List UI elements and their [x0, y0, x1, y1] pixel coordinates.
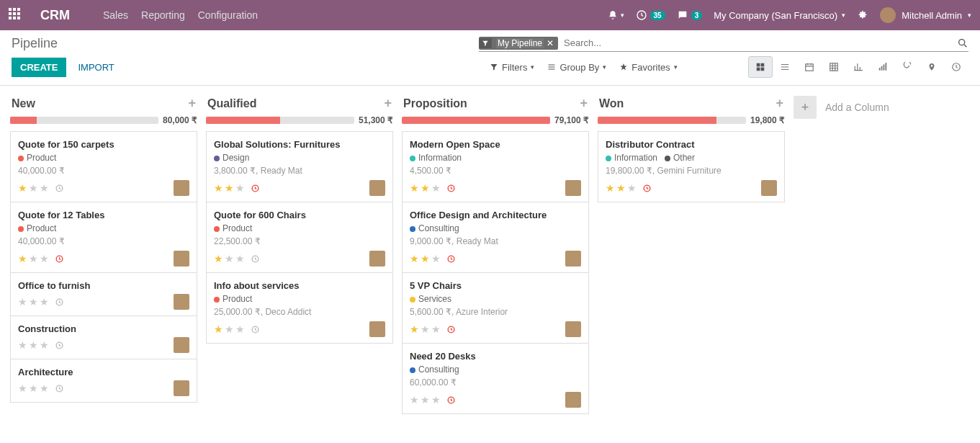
star-icon[interactable]: ★: [410, 394, 419, 406]
column-add-icon[interactable]: +: [384, 96, 392, 111]
add-column-icon[interactable]: +: [794, 96, 817, 119]
clock-icon[interactable]: [446, 184, 456, 193]
star-icon[interactable]: ★: [29, 382, 38, 394]
column-add-icon[interactable]: +: [580, 96, 588, 111]
search-filter-tag[interactable]: My Pipeline ✕: [479, 37, 558, 50]
star-icon[interactable]: ★: [225, 323, 234, 335]
star-icon[interactable]: ★: [235, 182, 245, 194]
kanban-card[interactable]: Info about services Product 25,000.00 ₹,…: [206, 272, 393, 344]
favorites-dropdown[interactable]: Favorites ▾: [619, 62, 677, 73]
star-icon[interactable]: ★: [606, 182, 615, 194]
card-avatar-icon[interactable]: [369, 321, 385, 337]
card-priority[interactable]: ★★★: [18, 382, 64, 394]
view-activity-icon[interactable]: [944, 56, 968, 78]
star-icon[interactable]: ★: [431, 253, 441, 264]
card-priority[interactable]: ★★★: [18, 339, 64, 351]
clock-icon[interactable]: [446, 325, 456, 334]
star-icon[interactable]: ★: [40, 382, 49, 394]
column-title[interactable]: Won: [599, 97, 776, 110]
kanban-card[interactable]: Architecture ★★★: [10, 359, 197, 403]
kanban-card[interactable]: Distributor Contract InformationOther 19…: [598, 131, 785, 202]
card-avatar-icon[interactable]: [369, 180, 385, 196]
clock-icon[interactable]: [251, 184, 260, 193]
column-add-icon[interactable]: +: [776, 96, 783, 111]
card-priority[interactable]: ★★★: [410, 323, 456, 335]
clock-icon[interactable]: [446, 254, 456, 264]
view-pivot-icon[interactable]: [822, 56, 846, 78]
create-button[interactable]: CREATE: [12, 58, 66, 77]
search-input[interactable]: [562, 36, 957, 50]
nav-configuration[interactable]: Configuration: [198, 9, 258, 21]
star-icon[interactable]: ★: [18, 382, 27, 394]
clock-icon[interactable]: [55, 297, 64, 307]
star-icon[interactable]: ★: [214, 182, 223, 194]
column-title[interactable]: New: [12, 97, 188, 110]
kanban-card[interactable]: Global Solutions: Furnitures Design 3,80…: [206, 131, 393, 202]
card-priority[interactable]: ★★★: [18, 253, 64, 264]
notifications-icon[interactable]: ▾: [608, 10, 624, 20]
kanban-card[interactable]: Need 20 Desks Consulting 60,000.00 ₹ ★★★: [402, 343, 589, 414]
column-add-icon[interactable]: +: [188, 96, 196, 111]
clock-icon[interactable]: [642, 184, 652, 193]
star-icon[interactable]: ★: [616, 182, 626, 194]
nav-sales[interactable]: Sales: [103, 9, 128, 21]
card-avatar-icon[interactable]: [174, 251, 189, 267]
star-icon[interactable]: ★: [225, 253, 234, 264]
star-icon[interactable]: ★: [40, 339, 49, 351]
star-icon[interactable]: ★: [225, 182, 234, 194]
kanban-card[interactable]: Quote for 12 Tables Product 40,000.00 ₹ …: [10, 202, 197, 273]
view-kanban-icon[interactable]: [748, 56, 773, 78]
debug-icon[interactable]: [857, 9, 868, 21]
card-priority[interactable]: ★★★: [214, 323, 260, 335]
star-icon[interactable]: ★: [235, 253, 245, 264]
card-priority[interactable]: ★★★: [18, 182, 64, 194]
add-column[interactable]: + Add a Column: [789, 91, 933, 123]
card-avatar-icon[interactable]: [174, 380, 189, 396]
card-avatar-icon[interactable]: [565, 251, 581, 267]
activities-icon[interactable]: 35: [636, 9, 665, 21]
kanban-card[interactable]: Office Design and Architecture Consultin…: [402, 202, 589, 273]
card-avatar-icon[interactable]: [174, 294, 189, 310]
company-selector[interactable]: My Company (San Francisco) ▾: [714, 10, 845, 21]
clock-icon[interactable]: [251, 325, 260, 334]
kanban-card[interactable]: Quote for 600 Chairs Product 22,500.00 ₹…: [206, 202, 393, 273]
nav-reporting[interactable]: Reporting: [141, 9, 185, 21]
kanban-card[interactable]: Office to furnish ★★★: [10, 272, 197, 316]
brand-title[interactable]: CRM: [40, 8, 70, 23]
star-icon[interactable]: ★: [410, 182, 419, 194]
star-icon[interactable]: ★: [421, 394, 430, 406]
star-icon[interactable]: ★: [421, 323, 430, 335]
card-priority[interactable]: ★★★: [410, 253, 456, 264]
card-priority[interactable]: ★★★: [606, 182, 652, 194]
close-icon[interactable]: ✕: [547, 38, 554, 48]
star-icon[interactable]: ★: [431, 394, 441, 406]
star-icon[interactable]: ★: [29, 296, 38, 308]
card-avatar-icon[interactable]: [174, 337, 189, 353]
import-button[interactable]: IMPORT: [69, 58, 122, 77]
user-menu[interactable]: Mitchell Admin ▾: [880, 7, 971, 23]
clock-icon[interactable]: [251, 254, 260, 264]
star-icon[interactable]: ★: [18, 296, 27, 308]
clock-icon[interactable]: [55, 384, 64, 393]
kanban-card[interactable]: Modern Open Space Information 4,500.00 ₹…: [402, 131, 589, 202]
view-cohort-icon[interactable]: [871, 56, 895, 78]
card-avatar-icon[interactable]: [369, 251, 385, 267]
card-avatar-icon[interactable]: [565, 321, 581, 337]
star-icon[interactable]: ★: [431, 323, 441, 335]
kanban-card[interactable]: Construction ★★★: [10, 316, 197, 359]
star-icon[interactable]: ★: [18, 182, 27, 194]
apps-icon[interactable]: [9, 8, 23, 22]
column-title[interactable]: Qualified: [207, 97, 384, 110]
clock-icon[interactable]: [55, 341, 64, 350]
star-icon[interactable]: ★: [421, 253, 430, 264]
star-icon[interactable]: ★: [410, 253, 419, 264]
card-avatar-icon[interactable]: [174, 180, 189, 196]
kanban-card[interactable]: 5 VP Chairs Services 5,600.00 ₹, Azure I…: [402, 272, 589, 344]
star-icon[interactable]: ★: [431, 182, 441, 194]
card-priority[interactable]: ★★★: [214, 182, 260, 194]
star-icon[interactable]: ★: [29, 339, 38, 351]
star-icon[interactable]: ★: [29, 253, 38, 264]
card-priority[interactable]: ★★★: [214, 253, 260, 264]
star-icon[interactable]: ★: [40, 182, 49, 194]
search-icon[interactable]: [957, 37, 968, 49]
